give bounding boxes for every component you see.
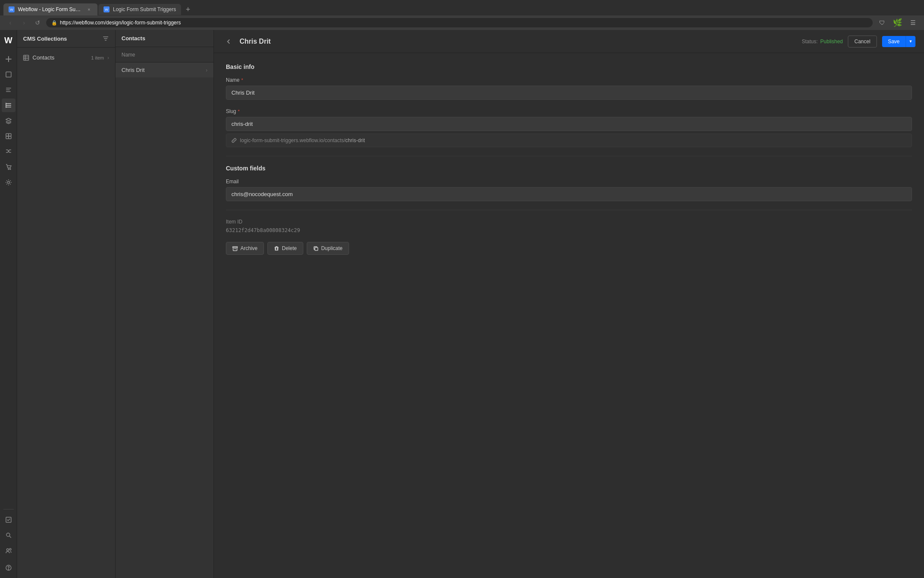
- cms-list: Contacts 1 item ›: [17, 48, 115, 68]
- sidebar-item-ecommerce[interactable]: [2, 160, 15, 174]
- svg-rect-5: [9, 134, 11, 136]
- slug-url-text: logic-form-submit-triggers.webflow.io/co…: [240, 137, 365, 143]
- tab-1-close[interactable]: ×: [86, 6, 92, 13]
- contacts-field-header: Name: [116, 47, 213, 63]
- contacts-item-arrow: ›: [206, 67, 207, 73]
- svg-rect-18: [233, 247, 237, 248]
- name-field-group: Name *: [226, 77, 912, 100]
- name-input[interactable]: [226, 86, 912, 100]
- contacts-field-label: Name: [121, 52, 135, 58]
- cms-collection-icon: [23, 55, 29, 61]
- svg-rect-7: [9, 136, 11, 139]
- detail-content: Basic info Name * Slug *: [214, 53, 924, 578]
- duplicate-button-label: Duplicate: [321, 245, 343, 251]
- save-button[interactable]: Save: [882, 36, 906, 47]
- status-area: Status: Published: [802, 39, 843, 45]
- back-button[interactable]: [222, 36, 234, 48]
- tab-1-favicon: W: [9, 6, 15, 12]
- cms-list-item-contacts[interactable]: Contacts 1 item ›: [17, 51, 115, 64]
- detail-panel: Chris Drit Status: Published Cancel Save…: [214, 30, 924, 578]
- archive-button[interactable]: Archive: [226, 242, 264, 255]
- svg-rect-1: [6, 88, 11, 89]
- browser-chrome: W Webflow - Logic Form Submit T... × W L…: [0, 0, 924, 30]
- name-required-indicator: *: [241, 77, 243, 83]
- address-input[interactable]: 🔒 https://webflow.com/design/logic-form-…: [46, 18, 873, 27]
- contacts-panel-header: Contacts: [116, 30, 213, 47]
- cms-list-item-arrow: ›: [107, 55, 109, 61]
- section-divider: [226, 156, 912, 156]
- duplicate-icon: [313, 246, 319, 251]
- svg-rect-4: [6, 134, 9, 136]
- extensions-icon[interactable]: 🌿: [891, 17, 903, 29]
- sidebar-item-tasks[interactable]: [2, 513, 15, 527]
- email-field-group: Email: [226, 179, 912, 201]
- svg-point-10: [7, 182, 9, 184]
- action-buttons: Archive Delete Duplicate: [226, 242, 912, 255]
- new-tab-button[interactable]: +: [182, 3, 194, 15]
- svg-point-8: [8, 169, 9, 170]
- shield-icon[interactable]: 🛡: [876, 17, 888, 29]
- item-id-value: 63212f2d47b8a00808324c29: [226, 227, 912, 233]
- svg-point-16: [8, 569, 9, 570]
- contacts-item-chris-drit[interactable]: Chris Drit ›: [116, 63, 213, 77]
- name-field-label: Name *: [226, 77, 912, 83]
- sidebar-item-layers[interactable]: [2, 114, 15, 128]
- sidebar-item-settings[interactable]: [2, 176, 15, 189]
- sidebar-item-cms[interactable]: [2, 98, 15, 112]
- custom-fields-section: Custom fields Email: [226, 165, 912, 201]
- sidebar-item-search[interactable]: [2, 528, 15, 542]
- item-id-section: Item ID 63212f2d47b8a00808324c29: [226, 219, 912, 233]
- archive-icon: [232, 246, 238, 251]
- address-bar: ‹ › ↺ 🔒 https://webflow.com/design/logic…: [0, 15, 924, 30]
- svg-rect-2: [6, 89, 10, 90]
- archive-button-label: Archive: [240, 245, 258, 251]
- tab-1[interactable]: W Webflow - Logic Form Submit T... ×: [3, 3, 98, 15]
- tab-bar: W Webflow - Logic Form Submit T... × W L…: [0, 0, 924, 15]
- webflow-logo: W: [2, 33, 15, 47]
- app: W: [0, 30, 924, 578]
- svg-rect-19: [315, 247, 318, 250]
- cms-sort-icon[interactable]: [102, 35, 109, 42]
- sidebar-item-assets[interactable]: [2, 129, 15, 143]
- contacts-panel-title: Contacts: [121, 35, 145, 42]
- tab-2[interactable]: W Logic Form Submit Triggers: [98, 4, 181, 15]
- duplicate-button[interactable]: Duplicate: [307, 242, 349, 255]
- menu-icon[interactable]: ☰: [907, 17, 919, 29]
- custom-fields-title: Custom fields: [226, 165, 912, 172]
- tab-1-title: Webflow - Logic Form Submit T...: [18, 6, 82, 12]
- svg-point-14: [9, 548, 11, 550]
- delete-icon: [274, 246, 279, 251]
- slug-required-indicator: *: [238, 109, 240, 114]
- nav-refresh-button[interactable]: ↺: [33, 18, 43, 28]
- cms-panel-header: CMS Collections: [17, 30, 115, 48]
- delete-button[interactable]: Delete: [267, 242, 303, 255]
- contacts-item-name: Chris Drit: [121, 67, 203, 73]
- item-id-label: Item ID: [226, 219, 912, 225]
- tab-2-favicon: W: [104, 6, 110, 12]
- sidebar-item-pages[interactable]: [2, 68, 15, 81]
- left-sidebar: W: [0, 30, 17, 578]
- sidebar-item-add[interactable]: [2, 52, 15, 66]
- basic-info-section: Basic info Name * Slug *: [226, 63, 912, 147]
- email-input[interactable]: [226, 187, 912, 201]
- slug-input[interactable]: [226, 117, 912, 131]
- status-value: Published: [820, 39, 843, 45]
- svg-point-13: [6, 549, 9, 551]
- sidebar-item-help[interactable]: [2, 561, 15, 575]
- nav-forward-button[interactable]: ›: [19, 18, 29, 28]
- sidebar-item-logic[interactable]: [2, 145, 15, 158]
- sidebar-item-navigator[interactable]: [2, 83, 15, 97]
- tab-2-title: Logic Form Submit Triggers: [113, 6, 176, 12]
- lock-icon: 🔒: [51, 20, 57, 26]
- delete-button-label: Delete: [282, 245, 297, 251]
- cms-list-item-name: Contacts: [33, 54, 88, 61]
- save-dropdown-button[interactable]: ▾: [906, 36, 915, 47]
- basic-info-title: Basic info: [226, 63, 912, 70]
- cancel-button[interactable]: Cancel: [848, 36, 877, 48]
- svg-point-12: [6, 533, 10, 536]
- nav-back-button[interactable]: ‹: [5, 18, 15, 28]
- status-label: Status:: [802, 39, 817, 45]
- sidebar-item-team[interactable]: [2, 544, 15, 557]
- cms-list-item-badge: 1 item: [91, 55, 104, 60]
- svg-rect-6: [6, 136, 9, 139]
